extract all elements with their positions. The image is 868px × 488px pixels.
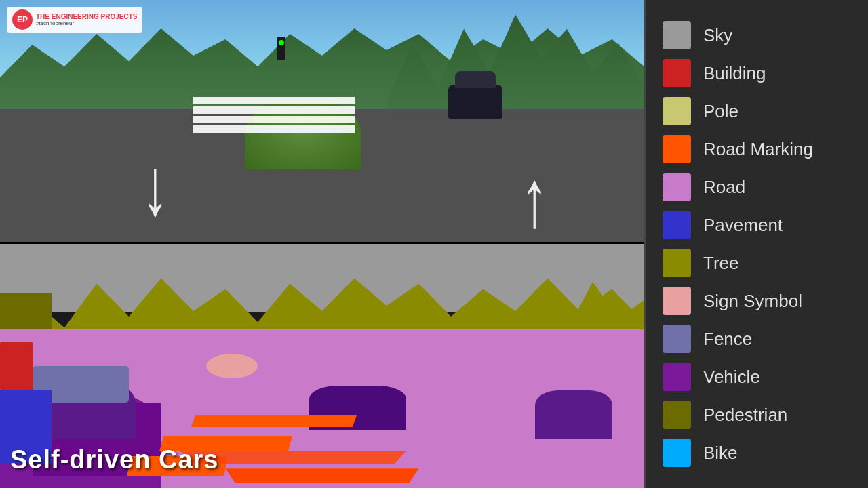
crosswalk-stripe <box>193 97 355 104</box>
legend-label-road: Road <box>703 177 745 198</box>
legend-item-pole: Pole <box>663 97 851 125</box>
logo-icon: EP <box>12 9 33 30</box>
bottom-label: Self-driven Cars <box>10 445 218 474</box>
legend-color-bike <box>663 439 691 467</box>
legend-label-tree: Tree <box>703 253 739 274</box>
logo-overlay: EP THE ENGINEERING PROJECTS #technoprene… <box>7 7 142 33</box>
seg-building <box>0 342 33 390</box>
legend-item-pedestrian: Pedestrian <box>663 401 851 429</box>
seg-scene: Self-driven Cars <box>0 244 644 488</box>
legend-item-tree: Tree <box>663 249 851 277</box>
crosswalk-stripe <box>193 106 355 114</box>
legend-item-road: Road <box>663 173 851 201</box>
label-text: Self-driven Cars <box>10 445 218 474</box>
legend-label-pavement: Pavement <box>703 215 783 236</box>
seg-vehicle-right <box>535 390 612 439</box>
legend-label-building: Building <box>703 63 766 84</box>
legend-label-pedestrian: Pedestrian <box>703 405 787 426</box>
car <box>448 85 502 119</box>
legend-item-building: Building <box>663 59 851 87</box>
legend-color-building <box>663 59 691 87</box>
legend-item-sign-symbol: Sign Symbol <box>663 287 851 315</box>
legend-color-pedestrian <box>663 401 691 429</box>
seg-road-marking3 <box>191 415 357 427</box>
legend-color-road-marking <box>663 135 691 163</box>
legend-item-road-marking: Road Marking <box>663 135 851 163</box>
road-scene: ↑ ↑ EP THE ENGINEERING PROJECTS #technop… <box>0 0 644 242</box>
logo-text-group: THE ENGINEERING PROJECTS #technopreneur <box>36 13 137 26</box>
legend-panel: SkyBuildingPoleRoad MarkingRoadPavementT… <box>644 0 868 488</box>
legend-color-pole <box>663 97 691 125</box>
top-image: ↑ ↑ EP THE ENGINEERING PROJECTS #technop… <box>0 0 644 244</box>
legend-color-road <box>663 173 691 201</box>
legend-color-sky <box>663 21 691 49</box>
crosswalk-stripe <box>193 116 355 123</box>
legend-item-vehicle: Vehicle <box>663 363 851 391</box>
bottom-image: Self-driven Cars <box>0 244 644 488</box>
legend-color-sign-symbol <box>663 287 691 315</box>
traffic-light <box>277 37 285 60</box>
legend-color-tree <box>663 249 691 277</box>
legend-item-fence: Fence <box>663 325 851 353</box>
legend-color-pavement <box>663 211 691 239</box>
seg-orange-stripe1 <box>226 468 419 483</box>
seg-sign <box>206 354 258 378</box>
main-content: ↑ ↑ EP THE ENGINEERING PROJECTS #technop… <box>0 0 644 488</box>
legend-label-fence: Fence <box>703 329 752 350</box>
road-arrow-left: ↑ <box>142 152 169 244</box>
legend-item-sky: Sky <box>663 21 851 49</box>
crosswalk <box>193 97 355 134</box>
logo-brand: THE ENGINEERING PROJECTS <box>36 13 137 20</box>
logo-tag: #technopreneur <box>36 20 137 26</box>
legend-label-road-marking: Road Marking <box>703 139 813 160</box>
legend-color-fence <box>663 325 691 353</box>
legend-label-sky: Sky <box>703 25 732 46</box>
legend-label-sign-symbol: Sign Symbol <box>703 291 802 312</box>
crosswalk-stripe <box>193 125 355 133</box>
legend-label-vehicle: Vehicle <box>703 367 760 388</box>
legend-item-bike: Bike <box>663 439 851 467</box>
legend-label-bike: Bike <box>703 443 738 464</box>
road-arrow-right: ↑ <box>521 152 548 244</box>
legend-color-vehicle <box>663 363 691 391</box>
legend-item-pavement: Pavement <box>663 211 851 239</box>
legend-label-pole: Pole <box>703 101 738 122</box>
